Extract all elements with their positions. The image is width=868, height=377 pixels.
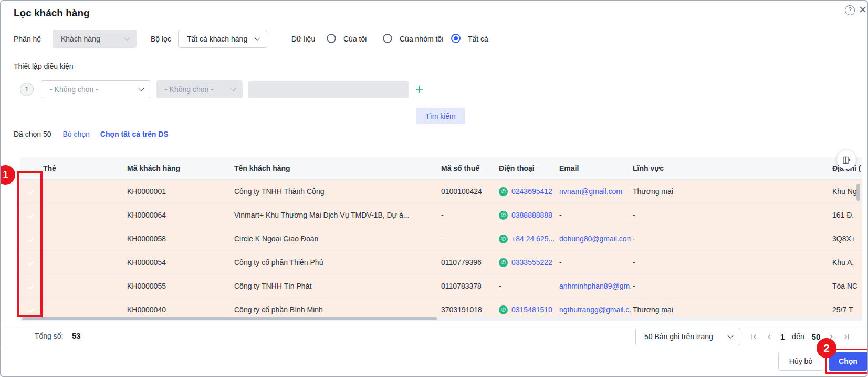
add-condition-icon[interactable]: + bbox=[415, 81, 423, 97]
radio-my-group-data[interactable] bbox=[383, 34, 392, 43]
cell-address: 3Q8X+ bbox=[830, 235, 862, 243]
cell-tax: 0100100424 bbox=[439, 187, 497, 196]
cell-email: - bbox=[557, 258, 631, 267]
cancel-button[interactable]: Hủy bỏ bbox=[778, 352, 823, 371]
radio-all-data-label: Tất cả bbox=[468, 35, 488, 43]
table-footer: Tổng số: 53 50 Bản ghi trên trang 1 đến … bbox=[1, 325, 867, 347]
cell-tax: 0110779396 bbox=[439, 258, 497, 267]
cell-phone: - bbox=[497, 282, 557, 290]
header-code[interactable]: Mã khách hàng bbox=[125, 164, 232, 172]
vertical-scrollbar-thumb[interactable] bbox=[856, 184, 860, 201]
last-page-icon[interactable] bbox=[843, 333, 851, 341]
horizontal-scrollbar[interactable] bbox=[20, 317, 862, 321]
cell-code: KH0000064 bbox=[125, 211, 232, 219]
cell-code: KH0000001 bbox=[125, 187, 232, 196]
cell-name: Công ty cổ phần Bình Minh bbox=[232, 305, 439, 314]
cell-address: Tòa NC bbox=[830, 282, 862, 290]
cell-field: - bbox=[631, 235, 830, 243]
cell-email: - bbox=[557, 211, 631, 219]
table-row[interactable]: KH0000058 Circle K Ngoại Giao Đoàn - ✆+8… bbox=[20, 227, 862, 250]
filter-label: Bộ lọc bbox=[151, 35, 171, 43]
horizontal-scrollbar-thumb[interactable] bbox=[22, 317, 437, 320]
select-all-link[interactable]: Chọn tất cả trên DS bbox=[100, 130, 169, 138]
filter-select-value: Tất cả khách hàng bbox=[179, 35, 251, 43]
total-label: Tổng số: bbox=[35, 332, 63, 340]
header-card[interactable]: Thẻ bbox=[41, 164, 125, 172]
filter-customers-dialog: Lọc khách hàng ? ✕ Phân hệ Khách hàng Bộ… bbox=[0, 0, 868, 377]
deselect-link[interactable]: Bỏ chọn bbox=[63, 130, 90, 138]
cell-name: Công ty TNHH Tín Phát bbox=[232, 282, 439, 290]
close-icon[interactable]: ✕ bbox=[859, 4, 867, 16]
data-label: Dữ liệu bbox=[291, 35, 315, 43]
page-range-separator: đến bbox=[792, 332, 804, 341]
table-header-row: Thẻ Mã khách hàng Tên khách hàng Mã số t… bbox=[20, 157, 862, 179]
cell-email[interactable]: anhminhphan89@gm... bbox=[557, 282, 631, 290]
condition-field-select[interactable]: - Không chọn - bbox=[41, 80, 151, 98]
header-tax[interactable]: Mã số thuế bbox=[439, 164, 497, 172]
cell-tax: 3703191018 bbox=[439, 305, 497, 314]
table-row[interactable]: KH0000054 Công ty cổ phần Thiên Phú 0110… bbox=[20, 250, 862, 274]
chevron-down-icon bbox=[230, 85, 236, 91]
phone-icon: ✆ bbox=[499, 187, 508, 196]
radio-all-data[interactable] bbox=[451, 34, 461, 43]
page-size-select[interactable]: 50 Bản ghi trên trang bbox=[635, 328, 740, 345]
chevron-down-icon bbox=[138, 85, 144, 91]
filter-select[interactable]: Tất cả khách hàng bbox=[178, 30, 267, 48]
phone-icon: ✆ bbox=[499, 211, 508, 220]
chevron-down-icon bbox=[254, 35, 260, 40]
cell-phone[interactable]: 0388888888 bbox=[511, 211, 552, 219]
cell-phone[interactable]: 0243695412 bbox=[511, 187, 552, 196]
annotation-rect-checkbox-column bbox=[17, 171, 43, 317]
condition-operator-value: - Không chọn - bbox=[156, 85, 227, 94]
condition-value-input[interactable] bbox=[248, 81, 409, 98]
insert-column-icon bbox=[842, 156, 851, 165]
cell-code: KH0000058 bbox=[125, 235, 232, 243]
table-row[interactable]: KH0000001 Công ty TNHH Thành Công 010010… bbox=[20, 179, 862, 203]
page-end: 50 bbox=[812, 332, 821, 341]
radio-my-data[interactable] bbox=[327, 34, 336, 43]
chevron-down-icon bbox=[727, 332, 733, 338]
cell-tax: 0110783378 bbox=[439, 282, 497, 290]
module-select-value: Khách hàng bbox=[53, 35, 121, 43]
cell-tax: - bbox=[439, 211, 497, 219]
help-icon[interactable]: ? bbox=[845, 5, 855, 15]
cell-code: KH0000054 bbox=[125, 258, 232, 267]
table-row[interactable]: KH0000055 Công ty TNHH Tín Phát 01107833… bbox=[20, 274, 862, 298]
cell-field: - bbox=[631, 282, 830, 290]
table-row[interactable]: KH0000064 Vinmart+ Khu Thương Mai Dịch V… bbox=[20, 203, 862, 227]
add-column-button[interactable] bbox=[837, 150, 856, 169]
radio-my-group-data-label: Của nhóm tôi bbox=[400, 35, 443, 43]
cell-name: Vinmart+ Khu Thương Mai Dịch Vụ TMDV-1B,… bbox=[232, 211, 439, 219]
cell-code: KH0000055 bbox=[125, 282, 232, 290]
cell-tax: - bbox=[439, 235, 497, 243]
annotation-step-2-badge: 2 bbox=[817, 338, 836, 358]
total-value: 53 bbox=[72, 331, 81, 340]
first-page-icon[interactable] bbox=[750, 333, 758, 341]
header-phone[interactable]: Điện thoại bbox=[497, 164, 557, 172]
cell-field: - bbox=[631, 211, 830, 219]
page-start: 1 bbox=[780, 332, 785, 341]
radio-my-data-label: Của tôi bbox=[343, 35, 367, 43]
cell-code: KH0000040 bbox=[125, 305, 232, 314]
cell-name: Công ty TNHH Thành Công bbox=[232, 187, 439, 196]
header-field[interactable]: Lĩnh vực bbox=[631, 164, 830, 172]
module-label: Phân hệ bbox=[14, 35, 41, 43]
header-email[interactable]: Email bbox=[557, 164, 631, 172]
page-title: Lọc khách hàng bbox=[14, 7, 90, 19]
prev-page-icon[interactable] bbox=[765, 333, 773, 341]
condition-operator-select[interactable]: - Không chọn - bbox=[156, 80, 243, 98]
cell-field: - bbox=[631, 258, 830, 267]
header-name[interactable]: Tên khách hàng bbox=[232, 164, 439, 172]
cell-email[interactable]: nvnam@gmail.com bbox=[557, 187, 631, 196]
cell-name: Công ty cổ phần Thiên Phú bbox=[232, 258, 439, 267]
cell-phone[interactable]: +84 24 625... bbox=[511, 235, 555, 243]
cell-name: Circle K Ngoại Giao Đoàn bbox=[232, 235, 439, 243]
cell-phone[interactable]: 0315481510 bbox=[511, 305, 552, 314]
module-select[interactable]: Khách hàng bbox=[53, 30, 137, 48]
cell-email[interactable]: dohung80@gmail.com bbox=[557, 235, 631, 243]
condition-index-badge: 1 bbox=[20, 83, 34, 96]
selected-count: Đã chọn 50 bbox=[14, 130, 51, 138]
cell-phone[interactable]: 0333555222 bbox=[511, 258, 552, 267]
search-button[interactable]: Tìm kiếm bbox=[416, 108, 465, 124]
cell-email[interactable]: ngthutrangg@gmail.c... bbox=[557, 305, 631, 314]
